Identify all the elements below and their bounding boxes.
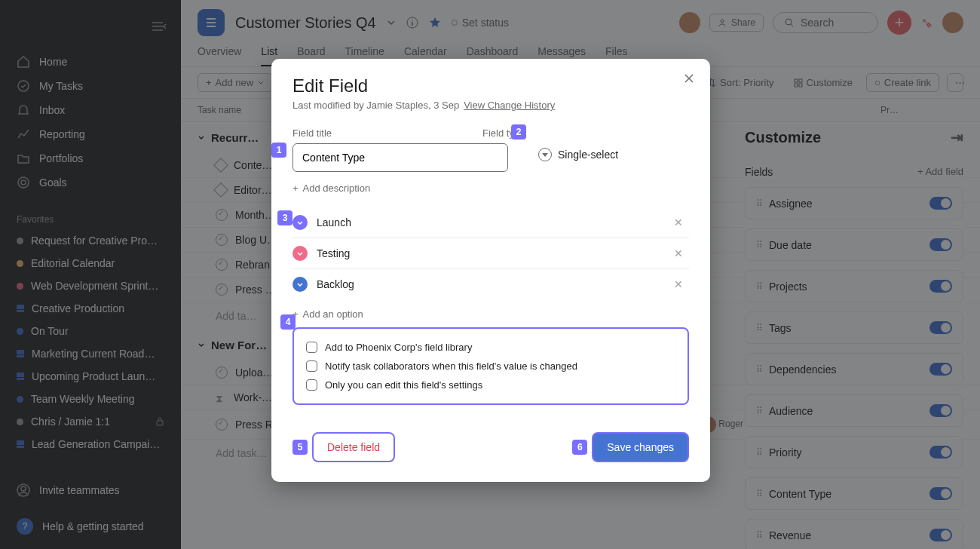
checkbox-label: Only you can edit this field's settings	[325, 379, 482, 391]
setting-checkbox-row[interactable]: Add to Phoenix Corp's field library	[306, 338, 675, 357]
view-history-link[interactable]: View Change History	[464, 100, 555, 111]
checkbox-icon[interactable]	[306, 342, 317, 353]
add-option-button[interactable]: + Add an option	[292, 308, 689, 320]
option-color-icon[interactable]	[292, 215, 308, 230]
checkbox-label: Add to Phoenix Corp's field library	[325, 342, 472, 353]
add-option-label: Add an option	[303, 308, 363, 320]
option-label: Launch	[317, 216, 351, 228]
field-option-row[interactable]: Launch✕	[292, 207, 689, 238]
field-option-row[interactable]: Backlog✕	[292, 269, 689, 299]
dropdown-icon	[538, 148, 552, 161]
checkbox-label: Notify task collaborators when this fiel…	[325, 360, 577, 372]
annotation-badge-1: 1	[271, 143, 286, 158]
annotation-badge-5: 5	[292, 440, 308, 455]
field-title-input[interactable]	[292, 143, 508, 172]
meta-text: Last modified by Jamie Staples, 3 Sep	[292, 100, 459, 111]
field-type-value: Single-select	[558, 149, 618, 161]
setting-checkbox-row[interactable]: Notify task collaborators when this fiel…	[306, 357, 675, 376]
field-type-select[interactable]: Single-select	[538, 148, 618, 161]
remove-option-icon[interactable]: ✕	[674, 278, 689, 290]
setting-checkbox-row[interactable]: Only you can edit this field's settings	[306, 376, 675, 394]
close-icon[interactable]	[683, 72, 695, 84]
option-color-icon[interactable]	[292, 246, 308, 261]
annotation-badge-2: 2	[511, 124, 526, 140]
add-description-label: Add description	[303, 182, 371, 194]
option-color-icon[interactable]	[292, 277, 308, 292]
checkbox-icon[interactable]	[306, 379, 317, 391]
modal-title: Edit Field	[292, 75, 689, 97]
annotation-badge-6: 6	[572, 440, 587, 455]
annotation-badge-3: 3	[277, 210, 292, 225]
option-label: Testing	[317, 247, 350, 259]
edit-field-modal: Edit Field Last modified by Jamie Staple…	[271, 59, 710, 482]
remove-option-icon[interactable]: ✕	[674, 216, 689, 228]
checkbox-icon[interactable]	[306, 360, 317, 372]
save-changes-button[interactable]: Save changes	[592, 432, 689, 462]
field-option-row[interactable]: Testing✕	[292, 238, 689, 269]
modal-meta: Last modified by Jamie Staples, 3 SepVie…	[292, 100, 689, 111]
annotation-badge-4: 4	[280, 314, 296, 330]
field-settings-group: Add to Phoenix Corp's field libraryNotif…	[292, 327, 689, 405]
field-title-label: Field title	[292, 127, 332, 139]
delete-field-button[interactable]: Delete field	[312, 432, 395, 462]
add-description-button[interactable]: + Add description	[292, 182, 689, 194]
remove-option-icon[interactable]: ✕	[674, 247, 689, 259]
option-label: Backlog	[317, 278, 354, 290]
